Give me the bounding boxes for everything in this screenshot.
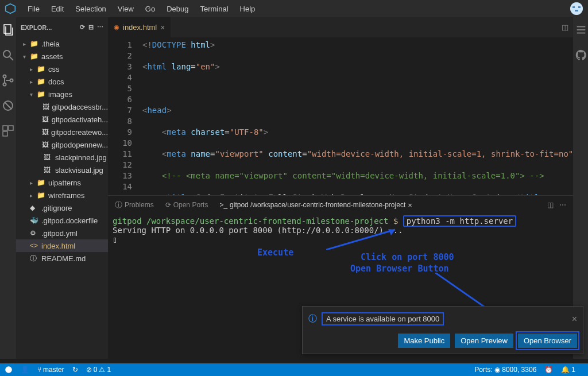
menu-help[interactable]: Help: [235, 2, 260, 15]
tree-item[interactable]: <>index.html: [16, 239, 108, 252]
tree-item[interactable]: 🖼gitpodcreatewo...: [16, 126, 108, 138]
tree-item[interactable]: ▾📁images: [16, 88, 108, 100]
close-notification-icon[interactable]: ×: [572, 314, 577, 324]
panel-tab-problems[interactable]: ⓘProblems: [115, 200, 154, 210]
svg-point-9: [3, 75, 6, 78]
menu-items: File Edit Selection View Go Debug Termin…: [23, 2, 260, 15]
tree-item[interactable]: ⚙.gitpod.yml: [16, 227, 108, 239]
extensions-icon[interactable]: [0, 123, 16, 139]
tree-item[interactable]: ▸📁css: [16, 63, 108, 75]
debug-activity-icon[interactable]: [0, 98, 16, 114]
code-editor[interactable]: 1234567891011121314 <!DOCTYPE html> <htm…: [108, 37, 573, 195]
annotation-execute: Execute: [257, 247, 293, 258]
github-icon[interactable]: [573, 47, 588, 63]
tree-item[interactable]: ◆.gitignore: [16, 201, 108, 214]
line-gutter: 1234567891011121314: [108, 37, 142, 195]
svg-line-8: [10, 57, 13, 60]
menubar: File Edit Selection View Go Debug Termin…: [0, 0, 588, 17]
refresh-icon[interactable]: ⟳: [80, 24, 85, 31]
svg-rect-3: [572, 6, 575, 8]
status-github-icon[interactable]: [5, 366, 13, 374]
svg-rect-14: [3, 126, 7, 130]
svg-point-24: [5, 366, 12, 373]
svg-point-10: [3, 83, 6, 86]
menu-view[interactable]: View: [113, 2, 138, 15]
explorer-sidebar: EXPLOR... ⟳ ⊟ ⋯ ▸📁.theia▾📁assets▸📁css▸📁d…: [16, 17, 108, 359]
tree-item[interactable]: 🖼slackpinned.jpg: [16, 151, 108, 164]
annotation-click-port-2: Open Browser Button: [350, 263, 449, 274]
tree-item[interactable]: ▸📁wireframes: [16, 189, 108, 201]
app-logo-icon: [5, 3, 16, 14]
tree-item[interactable]: ▸📁.theia: [16, 37, 108, 50]
tree-item[interactable]: 🖼gitpodactivateh...: [16, 113, 108, 126]
tree-item[interactable]: 🖼gitpodaccessbr...: [16, 100, 108, 113]
panel-tab-terminal[interactable]: >_gitpod /workspace/user-centric-fronten…: [219, 201, 412, 210]
status-avatar-icon[interactable]: 👤: [21, 366, 29, 374]
tab-index-html[interactable]: ◉ index.html ×: [108, 17, 171, 37]
activity-bar: [0, 17, 16, 359]
svg-point-11: [10, 79, 13, 82]
svg-point-7: [3, 51, 10, 57]
menu-terminal[interactable]: Terminal: [195, 2, 233, 15]
file-icon: ◉: [114, 24, 119, 31]
close-terminal-icon[interactable]: ×: [408, 201, 412, 210]
explorer-header: EXPLOR... ⟳ ⊟ ⋯: [16, 17, 108, 37]
user-avatar-icon[interactable]: [570, 2, 583, 15]
make-public-button[interactable]: Make Public: [398, 334, 450, 348]
collapse-icon[interactable]: ⊟: [88, 24, 94, 31]
port-notification: ⓘ A service is available on port 8000 × …: [302, 306, 583, 354]
status-ports[interactable]: Ports: ◉ 8000, 3306: [474, 366, 536, 374]
svg-point-2: [570, 2, 583, 15]
open-browser-button[interactable]: Open Browser: [518, 334, 577, 348]
close-tab-icon[interactable]: ×: [160, 23, 165, 32]
search-icon[interactable]: [0, 47, 16, 63]
svg-rect-6: [4, 25, 11, 33]
notification-message: A service is available on port 8000: [322, 312, 444, 325]
terminal-prompt-char: $: [393, 216, 398, 226]
open-preview-button[interactable]: Open Preview: [455, 334, 513, 348]
source-control-icon[interactable]: [0, 72, 16, 88]
split-editor-icon[interactable]: ◫: [562, 23, 568, 32]
status-branch[interactable]: ⑂ master: [37, 366, 64, 374]
info-icon: ⓘ: [308, 313, 317, 324]
tab-actions: ◫: [562, 23, 573, 32]
explorer-title: EXPLOR...: [21, 24, 80, 31]
status-bell-icon[interactable]: 🔔 1: [561, 366, 575, 374]
tree-item[interactable]: ⓘREADME.md: [16, 252, 108, 265]
menu-edit[interactable]: Edit: [47, 2, 68, 15]
terminal-command: python3 -m http.server: [403, 215, 516, 227]
svg-line-13: [5, 102, 11, 109]
tab-label: index.html: [123, 23, 157, 32]
menu-go[interactable]: Go: [141, 2, 160, 15]
panel-split-icon[interactable]: ◫: [547, 201, 554, 209]
explorer-icon[interactable]: [0, 22, 16, 38]
svg-rect-4: [578, 6, 581, 8]
terminal-output: Serving HTTP on 0.0.0.0 port 8000 (http:…: [113, 226, 568, 235]
menu-selection[interactable]: Selection: [71, 2, 110, 15]
statusbar: 👤 ⑂ master ↻ ⊘ 0 ⚠ 1 Ports: ◉ 8000, 3306…: [0, 363, 588, 376]
code-content[interactable]: <!DOCTYPE html> <html lang="en"> <head> …: [142, 37, 573, 195]
svg-rect-5: [575, 10, 578, 11]
menu-file[interactable]: File: [23, 2, 44, 15]
terminal-prompt-path: gitpod /workspace/user-centric-frontend-…: [113, 216, 388, 226]
menu-debug[interactable]: Debug: [162, 2, 193, 15]
status-sync[interactable]: ↻: [72, 366, 78, 374]
more-icon[interactable]: ⋯: [97, 24, 103, 31]
tree-item[interactable]: 🖼slackvisual.jpg: [16, 164, 108, 176]
panel-more-icon[interactable]: ⋯: [559, 201, 566, 209]
svg-rect-16: [3, 131, 7, 136]
terminal-cursor: ▯: [113, 235, 568, 244]
outline-icon[interactable]: [573, 22, 588, 38]
panel-tabs: ⓘProblems ⟳Open Ports >_gitpod /workspac…: [108, 196, 573, 214]
tree-item[interactable]: 🐳.gitpod.dockerfile: [16, 214, 108, 227]
file-tree[interactable]: ▸📁.theia▾📁assets▸📁css▸📁docs▾📁images🖼gitp…: [16, 37, 108, 359]
status-errors[interactable]: ⊘ 0 ⚠ 1: [86, 366, 111, 374]
svg-marker-0: [6, 4, 16, 14]
tree-item[interactable]: ▾📁assets: [16, 50, 108, 63]
status-alarm-icon[interactable]: ⏰: [544, 366, 553, 374]
editor-tabs: ◉ index.html × ◫: [108, 17, 573, 37]
tree-item[interactable]: ▸📁uipatterns: [16, 176, 108, 189]
panel-tab-openports[interactable]: ⟳Open Ports: [165, 201, 208, 209]
tree-item[interactable]: 🖼gitpodopennew...: [16, 138, 108, 151]
tree-item[interactable]: ▸📁docs: [16, 75, 108, 88]
